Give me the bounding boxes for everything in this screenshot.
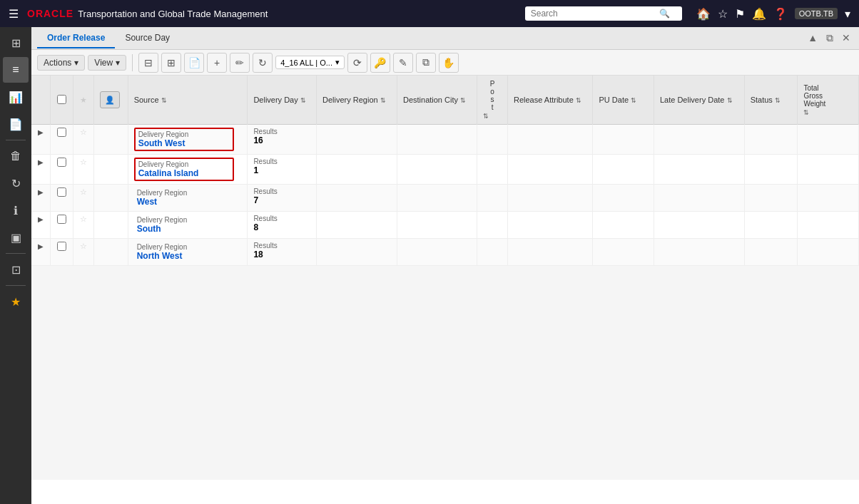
help-icon[interactable]: ❓ <box>773 7 788 21</box>
search-icon[interactable]: 🔍 <box>659 9 670 19</box>
row-dest-city-cell <box>397 185 477 212</box>
sort-arrows-delivery-region[interactable]: ⇅ <box>380 97 386 104</box>
copy-btn[interactable]: ⧉ <box>416 53 436 73</box>
row-checkbox[interactable] <box>57 158 66 167</box>
sidebar-item-chart[interactable]: 📊 <box>3 84 29 110</box>
th-release-attribute-label: Release Attribute <box>514 96 574 104</box>
sidebar-item-grid[interactable]: ⊞ <box>3 30 29 56</box>
filter-select[interactable]: 4_16 ALL | O... ▾ <box>275 56 345 69</box>
sidebar-divider-3 <box>6 285 26 286</box>
row-checkbox-cell[interactable] <box>50 212 73 239</box>
row-release-attr-cell <box>507 125 593 155</box>
sidebar-item-grid2[interactable]: ⊡ <box>3 257 29 282</box>
row-checkbox[interactable] <box>57 128 66 137</box>
tab-order-release[interactable]: Order Release <box>37 29 115 48</box>
row-expand-cell[interactable]: ▶ <box>31 239 50 266</box>
th-release-attribute[interactable]: Release Attribute ⇅ <box>507 76 593 125</box>
expand-icon[interactable]: ▶ <box>38 242 44 250</box>
row-star-cell[interactable]: ☆ <box>73 125 93 155</box>
sidebar-item-trash[interactable]: 🗑 <box>3 143 29 169</box>
row-checkbox-cell[interactable] <box>50 125 73 155</box>
refresh-btn[interactable]: ↻ <box>253 53 273 73</box>
expand-icon[interactable]: ▶ <box>38 128 44 136</box>
sidebar-item-refresh[interactable]: ↻ <box>3 170 29 196</box>
th-source[interactable]: Source ⇅ <box>128 76 248 125</box>
sort-arrows-status[interactable]: ⇅ <box>775 97 781 104</box>
close-tab-icon[interactable]: ✕ <box>839 31 853 46</box>
row-star-cell[interactable]: ☆ <box>73 239 93 266</box>
key-btn[interactable]: 🔑 <box>370 53 390 73</box>
row-checkbox[interactable] <box>57 187 66 197</box>
sidebar-item-info[interactable]: ℹ <box>3 197 29 223</box>
bell-icon[interactable]: 🔔 <box>752 7 766 21</box>
row-results-cell: Results 8 <box>248 212 317 239</box>
sort-arrows-release[interactable]: ⇅ <box>576 97 581 104</box>
row-checkbox-cell[interactable] <box>50 185 73 212</box>
th-pu-date[interactable]: PU Date ⇅ <box>593 76 654 125</box>
reload-btn[interactable]: ⟳ <box>347 53 367 73</box>
hamburger-menu[interactable]: ☰ <box>9 7 19 21</box>
th-post[interactable]: Post ⇅ <box>477 76 508 125</box>
expand-icon[interactable]: ▶ <box>38 215 44 223</box>
sort-arrows-late-delivery[interactable]: ⇅ <box>727 97 733 104</box>
row-group-cell: Delivery Region South <box>128 212 248 239</box>
th-total-gross-weight[interactable]: TotalGrossWeight ⇅ <box>798 76 859 125</box>
th-delivery-region[interactable]: Delivery Region ⇅ <box>317 76 397 125</box>
search-input[interactable] <box>531 9 659 19</box>
row-checkbox[interactable] <box>57 215 66 224</box>
row-expand-cell[interactable]: ▶ <box>31 125 50 155</box>
th-late-delivery-date[interactable]: Late Delivery Date ⇅ <box>654 76 744 125</box>
collapse-icon[interactable]: ▲ <box>805 31 820 46</box>
hand-btn[interactable]: ✋ <box>439 53 459 73</box>
new-btn[interactable]: 📄 <box>184 53 204 73</box>
row-expand-cell[interactable]: ▶ <box>31 155 50 185</box>
sort-arrows-pu-date[interactable]: ⇅ <box>631 97 636 104</box>
sidebar-item-document[interactable]: 📄 <box>3 111 29 137</box>
tab-source-day[interactable]: Source Day <box>115 29 180 48</box>
filter-icon-btn[interactable]: ⊟ <box>138 53 158 73</box>
flag-icon[interactable]: ⚑ <box>735 7 745 21</box>
expand-icon[interactable]: ▶ <box>38 188 44 196</box>
row-expand-cell[interactable]: ▶ <box>31 212 50 239</box>
expand-icon[interactable]: ▶ <box>38 158 44 166</box>
row-person-cell <box>93 212 128 239</box>
user-badge[interactable]: OOTB.TB <box>795 8 838 19</box>
sort-arrows-post[interactable]: ⇅ <box>483 113 489 120</box>
add-btn[interactable]: + <box>207 53 227 73</box>
select-all-checkbox[interactable] <box>57 95 66 104</box>
sort-arrows-total-gross[interactable]: ⇅ <box>803 109 809 116</box>
th-delivery-day[interactable]: Delivery Day ⇅ <box>248 76 317 125</box>
sort-arrows-source[interactable]: ⇅ <box>161 97 167 104</box>
chevron-down-icon[interactable]: ▾ <box>845 7 850 21</box>
tab-bar: Order Release Source Day ▲ ⧉ ✕ <box>31 27 859 50</box>
row-late-delivery-cell <box>654 125 744 155</box>
row-star-cell[interactable]: ☆ <box>73 185 93 212</box>
row-star-cell[interactable]: ☆ <box>73 212 93 239</box>
row-star-cell[interactable]: ☆ <box>73 155 93 185</box>
maximize-icon[interactable]: ⧉ <box>823 31 836 46</box>
row-checkbox-cell[interactable] <box>50 155 73 185</box>
edit-btn[interactable]: ✏ <box>230 53 250 73</box>
sidebar-item-list[interactable]: ≡ <box>3 57 29 83</box>
row-expand-cell[interactable]: ▶ <box>31 185 50 212</box>
home-icon[interactable]: 🏠 <box>696 7 711 21</box>
row-post-cell <box>477 212 508 239</box>
grid-view-btn[interactable]: ⊞ <box>161 53 181 73</box>
row-post-cell <box>477 125 508 155</box>
search-bar[interactable]: 🔍 <box>525 6 682 21</box>
sort-arrows-dest-city[interactable]: ⇅ <box>460 97 466 104</box>
row-checkbox[interactable] <box>57 242 66 251</box>
star-icon[interactable]: ☆ <box>718 7 728 21</box>
row-results-cell: Results 7 <box>248 185 317 212</box>
sidebar-item-panel[interactable]: ▣ <box>3 225 29 250</box>
write-btn[interactable]: ✎ <box>393 53 413 73</box>
sort-arrows-delivery-day[interactable]: ⇅ <box>300 97 306 104</box>
view-button[interactable]: View ▾ <box>88 55 126 71</box>
th-dest-city[interactable]: Destination City ⇅ <box>397 76 477 125</box>
th-checkbox[interactable] <box>50 76 73 125</box>
sidebar-item-star[interactable]: ★ <box>3 289 29 314</box>
actions-button[interactable]: Actions ▾ <box>37 55 85 71</box>
th-status[interactable]: Status ⇅ <box>744 76 798 125</box>
row-checkbox-cell[interactable] <box>50 239 73 266</box>
row-dest-city-cell <box>397 212 477 239</box>
